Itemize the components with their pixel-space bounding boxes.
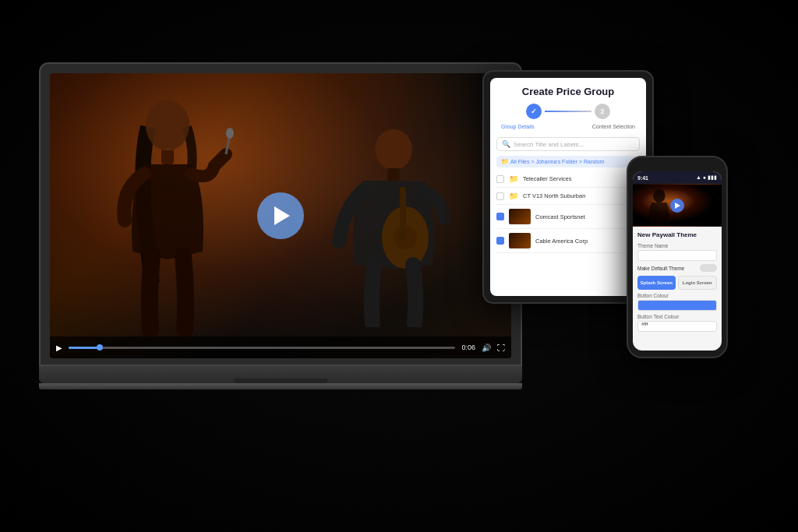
svg-point-12	[653, 189, 665, 203]
phone-section-title: New Paywall Theme	[637, 231, 717, 238]
step-line	[545, 111, 591, 112]
button-text-colour-section: Button Text Colour #fff	[637, 314, 717, 332]
file-name-3: Comcast Sportsnet	[535, 213, 640, 220]
step-1-check: ✓	[531, 107, 537, 115]
thumb-image-3	[509, 209, 531, 224]
tablet-stepper: ✓ 2	[498, 104, 638, 119]
default-theme-toggle[interactable]	[700, 264, 717, 272]
phone-play-icon	[675, 203, 680, 209]
phone-status-icons: ▲ ● ▮▮▮	[696, 174, 717, 181]
laptop-base	[39, 366, 522, 383]
default-theme-label: Make Default Theme	[637, 266, 684, 271]
step-1-label: Group Details	[501, 124, 535, 129]
file-name-1: Telecaller Services	[523, 175, 640, 182]
play-button[interactable]	[257, 192, 304, 239]
laptop-stand	[39, 383, 522, 389]
step-2-circle: 2	[595, 104, 610, 119]
file-checkbox-4[interactable]	[496, 237, 504, 245]
laptop: ▶ 0:06 🔊 ⛶	[39, 62, 522, 389]
tablet-screen: Create Price Group ✓ 2 Group Details Con…	[490, 78, 646, 296]
phone-video-thumbnail	[633, 184, 722, 227]
step-1-circle: ✓	[526, 104, 542, 119]
file-name-2: CT V13 North Suburban	[523, 192, 640, 199]
progress-bar[interactable]	[69, 347, 455, 349]
button-text-colour-label: Button Text Colour	[637, 314, 717, 319]
file-checkbox-3[interactable]	[496, 213, 504, 220]
default-theme-toggle-row: Make Default Theme	[637, 264, 717, 272]
svg-rect-1	[161, 149, 174, 164]
button-colour-label: Button Colour	[637, 293, 717, 298]
svg-rect-10	[400, 187, 406, 241]
step-labels: Group Details Content Selection	[498, 124, 638, 129]
svg-point-6	[375, 129, 412, 170]
breadcrumb-icon: 📁	[501, 158, 509, 165]
play-icon	[274, 206, 290, 225]
button-colour-section: Button Colour	[637, 293, 717, 311]
file-thumbnail-3	[509, 209, 531, 224]
laptop-screen: ▶ 0:06 🔊 ⛶	[50, 73, 511, 358]
search-icon: 🔍	[502, 140, 510, 148]
thumb-image-4	[509, 233, 531, 248]
svg-rect-7	[387, 168, 400, 181]
tablet-title: Create Price Group	[498, 86, 638, 97]
progress-fill	[69, 347, 100, 349]
button-text-colour-input[interactable]: #fff	[637, 321, 717, 332]
laptop-body: ▶ 0:06 🔊 ⛶	[39, 62, 522, 366]
svg-point-4	[146, 100, 189, 150]
file-item-1[interactable]: 📁 Telecaller Services	[496, 171, 640, 188]
step-2-label: Content Selection	[592, 124, 635, 129]
file-item-2[interactable]: 📁 CT V13 North Suburban	[496, 188, 640, 205]
theme-name-label: Theme Name	[637, 243, 717, 248]
file-item-3[interactable]: Comcast Sportsnet	[496, 205, 640, 229]
video-content: ▶ 0:06 🔊 ⛶	[50, 73, 511, 358]
folder-icon-2: 📁	[509, 192, 518, 200]
file-checkbox-2[interactable]	[496, 192, 504, 200]
progress-dot	[97, 344, 103, 351]
file-item-4[interactable]: Cable America Corp	[496, 229, 640, 253]
splash-screen-tab[interactable]: Splash Screen	[637, 276, 676, 290]
search-placeholder: Search Title and Labels...	[514, 141, 634, 148]
breadcrumb-row: 📁 All Files > Johanna's Folder > Random	[496, 156, 640, 167]
fullscreen-icon[interactable]: ⛶	[497, 344, 505, 352]
video-controls: ▶ 0:06 🔊 ⛶	[50, 336, 511, 358]
button-colour-swatch[interactable]	[637, 300, 717, 311]
login-screen-tab[interactable]: Login Screen	[678, 276, 718, 290]
file-checkbox-1[interactable]	[496, 175, 504, 183]
phone-form: New Paywall Theme Theme Name Make Defaul…	[633, 227, 722, 340]
play-pause-button[interactable]: ▶	[56, 344, 62, 352]
volume-icon[interactable]: 🔊	[482, 344, 491, 352]
file-thumbnail-4	[509, 233, 531, 248]
phone-time: 9:41	[637, 175, 648, 181]
screen-tab-row: Splash Screen Login Screen	[637, 276, 717, 290]
time-display: 0:06	[461, 344, 475, 351]
theme-name-input[interactable]	[637, 250, 717, 261]
step-2-number: 2	[600, 107, 604, 115]
phone-screen: 9:41 ▲ ● ▮▮▮	[633, 171, 722, 351]
phone-play-button[interactable]	[670, 199, 684, 213]
tablet-header: Create Price Group ✓ 2 Group Details Con…	[490, 78, 646, 137]
phone-status-bar: 9:41 ▲ ● ▮▮▮	[633, 171, 722, 184]
phone: 9:41 ▲ ● ▮▮▮	[627, 156, 728, 358]
folder-icon-1: 📁	[509, 174, 518, 183]
file-name-4: Cable America Corp	[535, 238, 640, 245]
phone-notch	[662, 164, 693, 168]
singer-figure	[105, 96, 245, 337]
breadcrumb-text: All Files > Johanna's Folder > Random	[510, 159, 604, 164]
guitarist-figure	[331, 125, 456, 327]
file-list: 📁 Telecaller Services 📁 CT V13 North Sub…	[490, 171, 646, 296]
svg-point-3	[226, 128, 234, 139]
tablet-search-bar[interactable]: 🔍 Search Title and Labels...	[496, 137, 640, 151]
